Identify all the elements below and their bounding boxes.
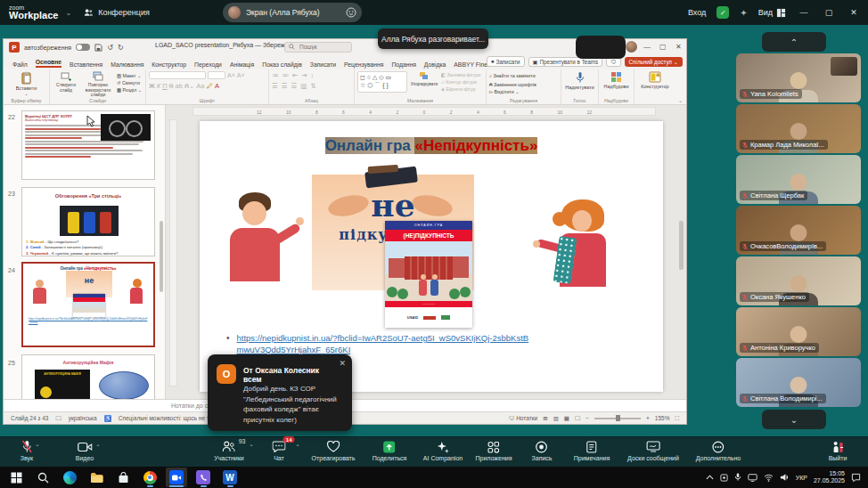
search-input[interactable] <box>298 43 347 51</box>
font-name-box[interactable] <box>149 71 206 79</box>
slideshow-icon[interactable]: 🖵 <box>575 415 580 422</box>
video-button[interactable]: ⌃ Видео <box>76 440 94 461</box>
record-button[interactable]: Запись <box>532 440 553 461</box>
bullets-icon[interactable]: ≔ <box>272 71 279 79</box>
ai-companion-button[interactable]: AI Companion <box>423 440 463 461</box>
notifications-icon[interactable] <box>851 473 861 483</box>
chevron-up-icon[interactable]: ⌃ <box>295 443 299 450</box>
strikethrough-button[interactable]: S <box>169 82 174 90</box>
share-controls-tab[interactable] <box>576 36 626 59</box>
zoom-app-icon[interactable] <box>166 468 187 487</box>
annotation-button[interactable]: Примечания <box>574 440 610 461</box>
collapse-ribbon-icon[interactable]: ⌄ <box>678 97 683 103</box>
shrink-font-icon[interactable]: A˅ <box>237 72 245 78</box>
participant-tile[interactable]: ОчкасовВолодимирІв... <box>736 206 861 255</box>
shapes-gallery[interactable]: ◻ ○ △ ◇ ▭☆ ⬡ ⌒ { } <box>357 71 407 93</box>
display-settings-icon[interactable]: 🖵 <box>55 415 61 422</box>
reading-view-icon[interactable]: ▦ <box>564 415 569 422</box>
slide-thumbnail-24-selected[interactable]: Онлайн гра «Непідкупність» не https://ne… <box>21 262 155 347</box>
tab-transitions[interactable]: Переходи <box>194 61 222 68</box>
chevron-down-icon[interactable]: ⌄ <box>65 9 71 17</box>
replace-fonts-button[interactable]: ₳ Замінення шрифтів <box>489 82 558 87</box>
viber-icon[interactable] <box>192 468 214 487</box>
clock[interactable]: 15:05 27.05.2025 <box>814 470 845 484</box>
normal-view-icon[interactable]: ⊞ <box>543 415 547 422</box>
undo-icon[interactable]: ↺ <box>107 44 113 52</box>
hidden-icons-chevron[interactable] <box>706 475 714 480</box>
tab-view[interactable]: Подання <box>391 61 415 68</box>
notes-toggle[interactable]: 🗨 Нотатки <box>509 415 537 421</box>
reuse-slides-button[interactable]: Повторно використати слайди <box>81 71 115 98</box>
whiteboards-button[interactable]: Доски сообщений <box>627 440 679 461</box>
italic-button[interactable]: К <box>157 82 160 90</box>
new-slide-button[interactable]: Створити слайд <box>53 71 79 93</box>
participant-tile[interactable]: Світлана Щербак <box>736 155 861 204</box>
ppt-minimize-button[interactable]: — <box>643 43 651 51</box>
apps-button[interactable]: Приложения <box>476 440 512 461</box>
store-icon[interactable] <box>112 468 134 487</box>
audio-button[interactable]: ⌃ Звук <box>20 440 33 461</box>
vertical-ruler[interactable] <box>169 119 177 386</box>
smiley-icon[interactable] <box>346 7 356 18</box>
find-replace-button[interactable]: ⌕ Знайти та замінити <box>489 73 558 79</box>
search-button[interactable] <box>32 468 53 487</box>
align-right-icon[interactable]: ☰ <box>291 82 297 90</box>
slide-thumbnail-23[interactable]: Обговорення «Три стільці» 1. Жовтий - Що… <box>21 187 155 256</box>
share-screen-button[interactable]: Поделиться <box>373 440 407 461</box>
participants-button[interactable]: 93⌃ Участники <box>214 440 243 461</box>
edge-icon[interactable] <box>59 468 80 487</box>
record-button[interactable]: ⏺ Записати <box>487 56 524 67</box>
react-button[interactable]: Отреагировать <box>312 440 356 461</box>
shared-screen-pill[interactable]: Экран (Алла Рябуха) <box>223 3 362 22</box>
participant-tile[interactable]: Крамар Лада Миколаї... <box>736 104 861 153</box>
participant-tile[interactable]: Антоніна Криворучко <box>736 307 861 356</box>
zoom-percentage[interactable]: 155% <box>655 415 670 421</box>
line-spacing-icon[interactable]: ↕ <box>311 71 315 79</box>
section-button[interactable]: ▦ Розділ ⌄ <box>117 87 142 93</box>
chevron-up-icon[interactable]: ⌃ <box>95 443 100 450</box>
leave-button[interactable]: Выйти <box>829 440 848 461</box>
underline-button[interactable]: П <box>162 82 167 90</box>
arrange-button[interactable]: Упорядкувати <box>409 71 439 86</box>
wifi-icon[interactable] <box>764 474 774 482</box>
chevron-up-icon[interactable]: ⌃ <box>35 443 39 450</box>
fit-to-window-icon[interactable]: ⛶ <box>675 415 679 422</box>
numbering-icon[interactable]: ≕ <box>283 71 290 79</box>
search-box[interactable] <box>284 42 352 53</box>
tab-meeting[interactable]: Конференция <box>84 8 150 17</box>
font-color-icon[interactable]: A <box>215 82 219 90</box>
start-button[interactable] <box>5 468 27 487</box>
shape-effects-button[interactable]: ◈ Ефекти фігур <box>441 86 480 92</box>
change-case-icon[interactable]: Aa <box>196 82 204 90</box>
gallery-scroll-down-button[interactable]: ⌄ <box>762 410 826 429</box>
align-left-icon[interactable]: ☰ <box>272 82 278 90</box>
chrome-icon[interactable] <box>139 468 160 487</box>
tab-animations[interactable]: Анімація <box>230 61 254 68</box>
gallery-scroll-up-button[interactable]: ⌃ <box>762 32 826 52</box>
display-icon[interactable] <box>748 474 757 482</box>
participant-tile[interactable]: Оксана Якушенко <box>736 256 861 305</box>
tab-insert[interactable]: Вставлення <box>70 61 102 68</box>
tab-draw[interactable]: Малювання <box>111 61 143 68</box>
bold-button[interactable]: Ж <box>149 82 155 90</box>
tab-help[interactable]: Довідка <box>424 61 446 68</box>
reset-button[interactable]: ↺ Скинути <box>117 80 142 85</box>
ppt-restore-button[interactable]: ▢ <box>659 43 667 51</box>
autosave-toggle[interactable] <box>76 44 90 51</box>
redo-icon[interactable]: ↻ <box>118 44 124 52</box>
language-indicator[interactable]: УКР <box>796 475 807 481</box>
slide-sorter-icon[interactable]: ▥ <box>553 415 559 422</box>
security-shield-icon[interactable]: ✓ <box>717 6 729 19</box>
word-icon[interactable]: W <box>219 468 241 487</box>
shape-outline-button[interactable]: ▱ Контур фігури <box>441 79 480 85</box>
paste-button[interactable]: Вставити⌄ <box>6 71 46 96</box>
tab-review[interactable]: Рецензування <box>344 61 383 68</box>
participant-tile[interactable]: Yana Kolomiiets <box>736 53 861 102</box>
signin-button[interactable]: Вход <box>688 8 706 17</box>
layout-button[interactable]: ▤ Макет ⌄ <box>117 73 142 78</box>
file-explorer-icon[interactable] <box>86 468 107 487</box>
shape-fill-button[interactable]: ◧ Заливка фігури <box>441 72 480 77</box>
dictate-button[interactable]: Надиктувати <box>564 71 595 90</box>
tab-design[interactable]: Конструктор <box>151 61 186 68</box>
select-button[interactable]: ▻ Виділити ⌄ <box>489 89 558 94</box>
